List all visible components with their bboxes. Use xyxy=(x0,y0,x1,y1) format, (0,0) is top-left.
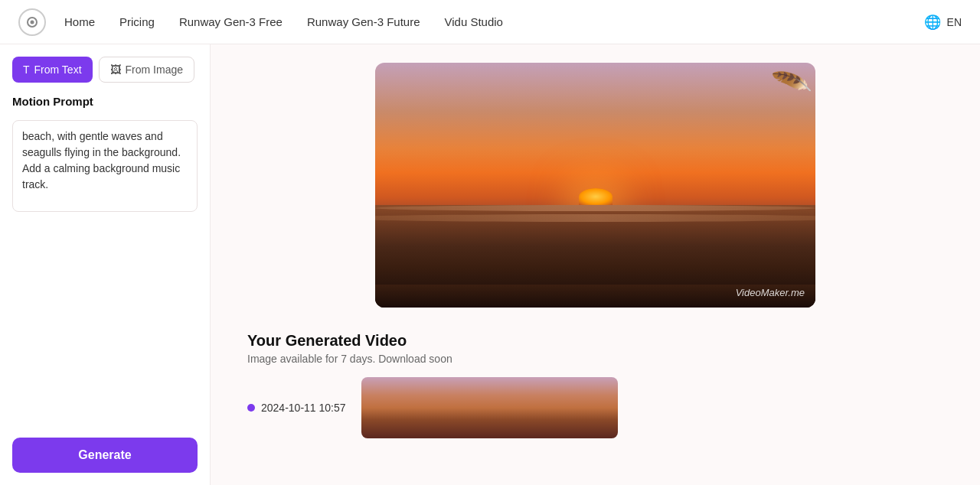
sidebar: T From Text 🖼 From Image Motion Prompt G… xyxy=(0,44,211,485)
wave1 xyxy=(375,205,815,211)
nav-right: 🌐 EN xyxy=(924,14,962,31)
thumbnail-gradient xyxy=(361,377,618,438)
generate-button[interactable]: Generate xyxy=(12,438,198,473)
main-layout: T From Text 🖼 From Image Motion Prompt G… xyxy=(0,44,980,485)
nav-links: Home Pricing Runway Gen-3 Free Runway Ge… xyxy=(64,15,924,28)
logo-circle xyxy=(27,17,38,28)
timestamp-text: 2024-10-11 10:57 xyxy=(261,402,346,414)
language-icon: 🌐 xyxy=(924,14,941,31)
timestamp-dot xyxy=(247,404,255,412)
language-label[interactable]: EN xyxy=(947,16,962,28)
feather-decoration: 🪶 xyxy=(771,63,813,101)
wave2 xyxy=(375,214,815,222)
nav-pricing[interactable]: Pricing xyxy=(119,15,155,28)
generated-section: Your Generated Video Image available for… xyxy=(241,332,949,438)
hero-image: 🪶 VideoMaker.me xyxy=(375,63,815,308)
tab-from-text[interactable]: T From Text xyxy=(12,57,93,83)
motion-prompt-section: Motion Prompt xyxy=(12,95,198,108)
sunset-background: 🪶 VideoMaker.me xyxy=(375,63,815,308)
tab-from-image[interactable]: 🖼 From Image xyxy=(99,57,194,83)
video-timestamp: 2024-10-11 10:57 xyxy=(247,402,346,414)
watermark: VideoMaker.me xyxy=(736,287,805,298)
generated-title: Your Generated Video xyxy=(247,332,943,350)
tab-from-text-label: From Text xyxy=(34,63,82,76)
generated-subtitle: Image available for 7 days. Download soo… xyxy=(247,353,943,365)
logo[interactable] xyxy=(18,8,46,36)
nav-runway-gen3-future[interactable]: Runway Gen-3 Future xyxy=(307,15,420,28)
nav-home[interactable]: Home xyxy=(64,15,95,28)
motion-prompt-label: Motion Prompt xyxy=(12,95,198,108)
logo-dot xyxy=(31,20,34,24)
tab-buttons: T From Text 🖼 From Image xyxy=(12,57,198,83)
navbar: Home Pricing Runway Gen-3 Free Runway Ge… xyxy=(0,0,980,44)
tab-from-image-label: From Image xyxy=(126,63,183,76)
content-area: 🪶 VideoMaker.me Your Generated Video Ima… xyxy=(211,44,980,485)
video-thumbnail[interactable] xyxy=(361,377,618,438)
nav-vidu-studio[interactable]: Vidu Studio xyxy=(445,15,503,28)
video-entry: 2024-10-11 10:57 xyxy=(247,377,943,438)
text-icon: T xyxy=(23,63,30,76)
nav-runway-gen3-free[interactable]: Runway Gen-3 Free xyxy=(179,15,283,28)
sun xyxy=(579,188,612,205)
motion-prompt-textarea[interactable] xyxy=(12,120,198,212)
image-icon: 🖼 xyxy=(110,63,121,76)
